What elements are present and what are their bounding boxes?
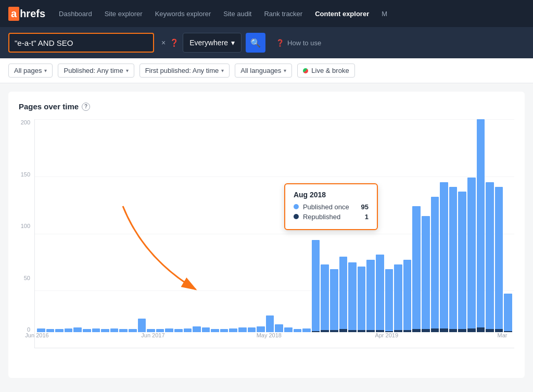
search-button[interactable]: 🔍 bbox=[246, 33, 265, 53]
bar-group-15[interactable] bbox=[174, 119, 183, 332]
logo[interactable]: a hrefs bbox=[8, 7, 45, 21]
bar-group-1[interactable] bbox=[46, 119, 55, 332]
bar-group-39[interactable] bbox=[394, 119, 402, 332]
clear-icon[interactable]: × bbox=[161, 39, 166, 47]
bar-group-38[interactable] bbox=[385, 119, 394, 332]
bar-group-20[interactable] bbox=[220, 119, 229, 332]
bar-41 bbox=[412, 206, 421, 332]
search-input-wrap[interactable] bbox=[8, 33, 154, 53]
bar-group-42[interactable] bbox=[422, 119, 430, 332]
how-to-use[interactable]: ❓ How to use bbox=[276, 39, 321, 47]
bar-group-17[interactable] bbox=[193, 119, 201, 332]
bar-group-13[interactable] bbox=[156, 119, 164, 332]
bar-18 bbox=[202, 327, 210, 332]
first-published-filter[interactable]: First published: Any time ▾ bbox=[139, 64, 230, 78]
bar-group-14[interactable] bbox=[165, 119, 173, 332]
nav-link-content-explorer[interactable]: Content explorer bbox=[310, 7, 374, 21]
bar-group-22[interactable] bbox=[238, 119, 247, 332]
bar-group-40[interactable] bbox=[403, 119, 412, 332]
bar-6 bbox=[92, 328, 100, 332]
bar-51 bbox=[504, 294, 512, 332]
search-actions: × ❓ bbox=[161, 39, 179, 47]
bar-group-12[interactable] bbox=[147, 119, 155, 332]
bar-32 bbox=[330, 269, 338, 332]
bar-46 bbox=[458, 192, 466, 332]
bar-group-45[interactable] bbox=[449, 119, 458, 332]
chart-help-icon[interactable]: ? bbox=[82, 103, 90, 111]
bar-group-49[interactable] bbox=[486, 119, 494, 332]
bar-group-5[interactable] bbox=[83, 119, 91, 332]
bar-group-19[interactable] bbox=[211, 119, 219, 332]
bar-29 bbox=[302, 328, 311, 332]
bar-group-18[interactable] bbox=[202, 119, 210, 332]
bar-group-43[interactable] bbox=[431, 119, 439, 332]
bar-39 bbox=[394, 264, 402, 332]
published-filter[interactable]: Published: Any time ▾ bbox=[58, 64, 134, 78]
bar-group-2[interactable] bbox=[55, 119, 64, 332]
bar-group-16[interactable] bbox=[184, 119, 192, 332]
bars-wrap bbox=[35, 119, 514, 332]
x-label-jun2017: Jun 2017 bbox=[141, 332, 164, 348]
search-bar: × ❓ Everywhere ▾ 🔍 ❓ How to use bbox=[0, 27, 533, 58]
nav-link-site-audit[interactable]: Site audit bbox=[218, 7, 257, 21]
bar-38 bbox=[385, 269, 394, 332]
logo-a: a bbox=[8, 7, 19, 21]
bar-group-44[interactable] bbox=[440, 119, 448, 332]
nav-link-keywords-explorer[interactable]: Keywords explorer bbox=[150, 7, 217, 21]
dropdown-chevron-icon: ▾ bbox=[231, 39, 235, 47]
dropdown-label: Everywhere bbox=[189, 39, 228, 47]
published-value: 95 bbox=[361, 203, 368, 211]
search-input[interactable] bbox=[15, 39, 134, 47]
bar-31 bbox=[321, 264, 329, 332]
bar-group-47[interactable] bbox=[467, 119, 476, 332]
bar-34 bbox=[348, 262, 357, 332]
bar-group-9[interactable] bbox=[119, 119, 128, 332]
bar-4 bbox=[73, 327, 82, 332]
bar-group-8[interactable] bbox=[110, 119, 119, 332]
bar-group-3[interactable] bbox=[65, 119, 73, 332]
chart-title: Pages over time ? bbox=[19, 102, 514, 111]
bar-group-24[interactable] bbox=[257, 119, 265, 332]
nav-link-m[interactable]: M bbox=[376, 7, 392, 21]
bar-group-11[interactable] bbox=[138, 119, 146, 332]
bar-group-48[interactable] bbox=[477, 119, 485, 332]
all-pages-chevron: ▾ bbox=[44, 68, 47, 73]
chart-area: Pages over time ? 200 150 100 50 0 Aug 2… bbox=[8, 92, 525, 378]
bar-group-7[interactable] bbox=[101, 119, 109, 332]
nav-link-dashboard[interactable]: Dashboard bbox=[54, 7, 97, 21]
bar-11 bbox=[138, 319, 146, 332]
bar-17 bbox=[193, 326, 201, 332]
nav-link-site-explorer[interactable]: Site explorer bbox=[99, 7, 148, 21]
first-published-chevron: ▾ bbox=[221, 68, 224, 73]
all-languages-filter[interactable]: All languages ▾ bbox=[235, 64, 292, 78]
search-icon: 🔍 bbox=[250, 38, 261, 48]
bar-group-41[interactable] bbox=[412, 119, 421, 332]
bar-23 bbox=[248, 327, 256, 332]
published-chevron: ▾ bbox=[126, 68, 129, 73]
bar-22 bbox=[238, 327, 247, 332]
bar-group-23[interactable] bbox=[248, 119, 256, 332]
live-broke-filter[interactable]: Live & broke bbox=[297, 64, 354, 78]
chart-inner: Aug 2018 Published once 95 Republished 1… bbox=[34, 119, 514, 348]
bar-group-21[interactable] bbox=[229, 119, 237, 332]
bar-group-50[interactable] bbox=[495, 119, 503, 332]
bar-group-0[interactable] bbox=[37, 119, 45, 332]
everywhere-dropdown[interactable]: Everywhere ▾ bbox=[183, 33, 242, 53]
bar-group-25[interactable] bbox=[266, 119, 274, 332]
bar-group-26[interactable] bbox=[275, 119, 283, 332]
bar-16 bbox=[184, 328, 192, 332]
bar-21 bbox=[229, 328, 237, 332]
nav-link-rank-tracker[interactable]: Rank tracker bbox=[259, 7, 308, 21]
bar-3 bbox=[65, 328, 73, 332]
search-help-icon[interactable]: ❓ bbox=[170, 39, 179, 47]
bar-50 bbox=[495, 187, 503, 332]
bar-group-6[interactable] bbox=[92, 119, 100, 332]
bar-group-10[interactable] bbox=[129, 119, 137, 332]
all-pages-filter[interactable]: All pages ▾ bbox=[8, 64, 53, 78]
published-dot bbox=[294, 204, 299, 209]
bar-group-4[interactable] bbox=[73, 119, 82, 332]
x-axis: Jun 2016 Jun 2017 May 2018 Apr 2019 Mar bbox=[35, 332, 514, 348]
y-label-200: 200 bbox=[19, 119, 30, 125]
bar-group-51[interactable] bbox=[504, 119, 512, 332]
bar-group-46[interactable] bbox=[458, 119, 466, 332]
